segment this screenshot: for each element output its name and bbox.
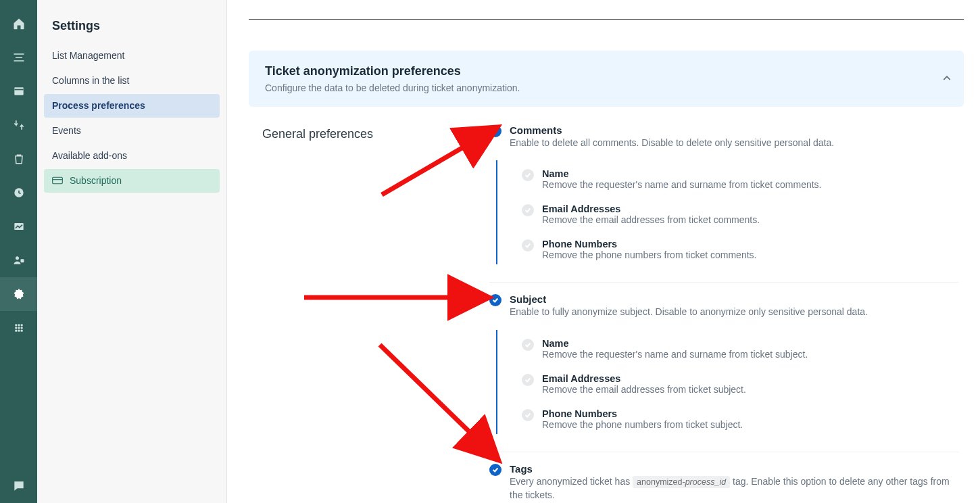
sub-desc: Remove the requester's name and surname …: [542, 349, 808, 360]
checkbox-tags[interactable]: [489, 464, 501, 476]
rail-clock-icon[interactable]: [0, 176, 37, 210]
rail-chart-icon[interactable]: [0, 210, 37, 243]
sub-desc: Remove the email addresses from ticket c…: [542, 214, 760, 225]
divider: [489, 282, 958, 283]
sub-title: Name: [542, 338, 808, 349]
check-icon: [524, 207, 531, 214]
svg-point-8: [20, 324, 22, 326]
checkbox-comments-email[interactable]: [522, 204, 534, 216]
sub-desc: Remove the phone numbers from ticket com…: [542, 249, 756, 260]
svg-point-3: [16, 256, 19, 260]
check-icon: [492, 466, 499, 473]
sidebar-title: Settings: [44, 14, 220, 44]
check-icon: [524, 172, 531, 178]
svg-rect-4: [20, 259, 24, 262]
rail-privacy-icon[interactable]: [0, 243, 37, 277]
svg-point-9: [15, 327, 17, 329]
pref-comments: Comments Enable to delete all comments. …: [489, 124, 958, 278]
pref-title: Tags: [510, 463, 958, 475]
check-icon: [492, 297, 499, 304]
pref-tags: Tags Every anonymized ticket has anonymi…: [489, 463, 958, 503]
section-heading: General preferences: [262, 124, 489, 141]
check-icon: [524, 341, 531, 348]
sub-desc: Remove the phone numbers from ticket sub…: [542, 419, 743, 430]
svg-rect-15: [53, 177, 63, 183]
svg-point-13: [18, 330, 20, 332]
check-icon: [524, 377, 531, 383]
sub-title: Phone Numbers: [542, 408, 743, 419]
code-text-italic: process_id: [685, 477, 726, 487]
pref-title: Subject: [510, 293, 868, 305]
pref-desc-text: Every anonymized ticket has: [510, 476, 633, 487]
sidebar-item-label: List Management: [52, 50, 124, 61]
sidebar-item-events[interactable]: Events: [44, 119, 220, 143]
pref-subject-sub: NameRemove the requester's name and surn…: [496, 330, 958, 434]
sidebar-item-label: Available add-ons: [52, 150, 127, 161]
sidebar-item-subscription[interactable]: Subscription: [44, 169, 220, 193]
checkbox-comments-phone[interactable]: [522, 239, 534, 251]
pref-title: Comments: [510, 124, 834, 136]
panel-subtitle: Configure the data to be deleted during …: [265, 82, 948, 93]
sub-title: Email Addresses: [542, 203, 760, 214]
panel-title: Ticket anonymization preferences: [265, 64, 948, 78]
svg-point-7: [18, 324, 20, 326]
pref-desc: Every anonymized ticket has anonymized-p…: [510, 475, 958, 502]
checkbox-comments[interactable]: [489, 125, 501, 137]
sidebar-item-label: Process preferences: [52, 100, 145, 111]
check-icon: [524, 412, 531, 418]
rail-apps-icon[interactable]: [0, 311, 37, 345]
checkbox-comments-name[interactable]: [522, 169, 534, 181]
pref-desc: Enable to delete all comments. Disable t…: [510, 136, 834, 149]
sub-title: Email Addresses: [542, 373, 746, 384]
check-icon: [492, 128, 499, 135]
sub-title: Phone Numbers: [542, 239, 756, 249]
sidebar-item-columns[interactable]: Columns in the list: [44, 69, 220, 93]
checkbox-subject[interactable]: [489, 294, 501, 306]
nav-rail: [0, 0, 37, 503]
code-badge: anonymized-process_id: [633, 476, 730, 488]
svg-point-12: [15, 330, 17, 332]
rail-settings-icon[interactable]: [0, 277, 37, 311]
rail-list-icon[interactable]: [0, 41, 37, 74]
chevron-up-icon: [942, 73, 952, 82]
svg-point-6: [15, 324, 17, 326]
sub-desc: Remove the requester's name and surname …: [542, 179, 822, 190]
rail-archive-icon[interactable]: [0, 74, 37, 108]
collapse-toggle[interactable]: [942, 73, 952, 85]
svg-point-11: [20, 327, 22, 329]
panel-header: Ticket anonymization preferences Configu…: [249, 51, 964, 107]
top-divider: [249, 19, 964, 20]
sidebar-item-list-management[interactable]: List Management: [44, 44, 220, 68]
rail-transfer-icon[interactable]: [0, 108, 37, 142]
code-text: anonymized-: [637, 477, 685, 487]
rail-feedback-icon[interactable]: [0, 469, 37, 503]
check-icon: [524, 242, 531, 249]
sidebar-item-label: Events: [52, 125, 81, 136]
credit-card-icon: [52, 176, 63, 185]
pref-desc: Enable to fully anonymize subject. Disab…: [510, 305, 868, 318]
checkbox-subject-phone[interactable]: [522, 409, 534, 421]
pref-subject: Subject Enable to fully anonymize subjec…: [489, 293, 958, 447]
sidebar-item-label: Subscription: [70, 175, 122, 186]
svg-point-10: [18, 327, 20, 329]
rail-home-icon[interactable]: [0, 7, 37, 41]
rail-trash-icon[interactable]: [0, 142, 37, 176]
svg-rect-0: [14, 87, 23, 95]
checkbox-subject-email[interactable]: [522, 374, 534, 386]
divider: [489, 452, 958, 452]
pref-comments-sub: NameRemove the requester's name and surn…: [496, 160, 958, 264]
checkbox-subject-name[interactable]: [522, 339, 534, 351]
main-content: Ticket anonymization preferences Configu…: [227, 0, 980, 503]
svg-point-14: [20, 330, 22, 332]
sidebar-item-label: Columns in the list: [52, 75, 129, 86]
sidebar-item-process-preferences[interactable]: Process preferences: [44, 94, 220, 118]
settings-sidebar: Settings List Management Columns in the …: [37, 0, 227, 503]
sub-title: Name: [542, 168, 822, 179]
sidebar-item-addons[interactable]: Available add-ons: [44, 144, 220, 168]
sub-desc: Remove the email addresses from ticket s…: [542, 384, 746, 395]
